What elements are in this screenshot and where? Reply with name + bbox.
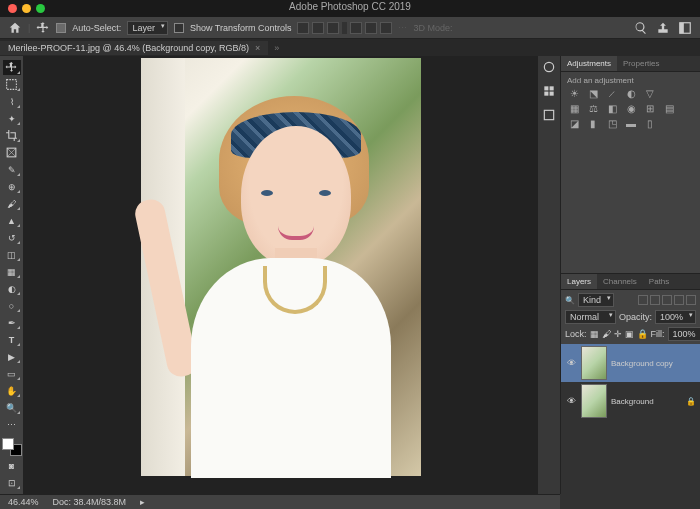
share-icon[interactable] [656,21,670,35]
layer-filter-kind[interactable]: Kind [578,293,614,307]
gradient-map-adjust-icon[interactable]: ▬ [624,118,638,130]
quick-select-tool[interactable]: ✦ [3,111,21,126]
blur-tool[interactable]: ◐ [3,281,21,296]
stamp-tool[interactable]: ▲ [3,213,21,228]
path-select-tool[interactable]: ▶ [3,349,21,364]
auto-select-checkbox[interactable] [56,23,66,33]
layer-thumbnail[interactable] [581,384,607,418]
hue-adjust-icon[interactable]: ▦ [567,103,581,115]
filter-shape-icon[interactable] [674,295,684,305]
tab-adjustments[interactable]: Adjustments [561,56,617,71]
filter-type-icon[interactable] [662,295,672,305]
layer-thumbnail[interactable] [581,346,607,380]
align-hcenter-icon[interactable] [365,22,377,34]
lock-transparency-icon[interactable]: ▦ [590,329,599,339]
zoom-level[interactable]: 46.44% [8,497,39,507]
align-left-icon[interactable] [350,22,362,34]
close-window-icon[interactable] [8,4,17,13]
layer-name[interactable]: Background copy [611,359,673,368]
frame-tool[interactable] [3,145,21,160]
visibility-eye-icon[interactable]: 👁 [565,358,577,368]
tab-paths[interactable]: Paths [643,274,675,289]
screen-mode-icon[interactable]: ⊡ [3,475,21,490]
selective-color-adjust-icon[interactable]: ▯ [643,118,657,130]
tab-layers[interactable]: Layers [561,274,597,289]
move-tool[interactable] [3,60,21,75]
document-tab[interactable]: Merilee-PROOF-11.jpg @ 46.4% (Background… [0,41,268,55]
lock-artboard-icon[interactable]: ▣ [625,329,634,339]
eraser-tool[interactable]: ◫ [3,247,21,262]
doc-info[interactable]: Doc: 38.4M/83.8M [53,497,127,507]
dodge-tool[interactable]: ○ [3,298,21,313]
tab-properties[interactable]: Properties [617,56,665,71]
align-bottom-icon[interactable] [327,22,339,34]
layer-row[interactable]: 👁 Background copy [561,344,700,382]
shape-tool[interactable]: ▭ [3,366,21,381]
filter-pixel-icon[interactable] [638,295,648,305]
fill-label: Fill: [651,329,665,339]
vibrance-adjust-icon[interactable]: ▽ [643,88,657,100]
tab-channels[interactable]: Channels [597,274,643,289]
exposure-adjust-icon[interactable]: ◐ [624,88,638,100]
show-transform-checkbox[interactable] [174,23,184,33]
threshold-adjust-icon[interactable]: ◳ [605,118,619,130]
foreground-color-swatch[interactable] [2,438,14,450]
color-lookup-adjust-icon[interactable]: ▤ [662,103,676,115]
quick-mask-icon[interactable]: ◙ [3,458,21,473]
posterize-adjust-icon[interactable]: ▮ [586,118,600,130]
window-titlebar: Adobe Photoshop CC 2019 [0,0,700,17]
canvas[interactable] [23,56,538,494]
crop-tool[interactable] [3,128,21,143]
history-brush-tool[interactable]: ↺ [3,230,21,245]
channel-mixer-adjust-icon[interactable]: ⊞ [643,103,657,115]
marquee-tool[interactable] [3,77,21,92]
filter-adjust-icon[interactable] [650,295,660,305]
align-right-icon[interactable] [380,22,392,34]
levels-adjust-icon[interactable]: ⬔ [586,88,600,100]
swatches-panel-icon[interactable] [541,84,557,98]
layer-name[interactable]: Background [611,397,654,406]
fill-field[interactable]: 100% [668,327,700,341]
color-balance-adjust-icon[interactable]: ⚖ [586,103,600,115]
zoom-tool[interactable]: 🔍 [3,400,21,415]
eyedropper-tool[interactable]: ✎ [3,162,21,177]
auto-select-dropdown[interactable]: Layer [127,21,168,35]
tools-panel: ⌇ ✦ ✎ ⊕ 🖌 ▲ ↺ ◫ ▦ ◐ ○ ✒ T ▶ ▭ ✋ 🔍 ⋯ ◙ ⊡ [0,56,23,494]
lock-position-icon[interactable]: ✛ [614,329,622,339]
curves-adjust-icon[interactable]: ⟋ [605,88,619,100]
home-icon[interactable] [8,21,22,35]
filter-smart-icon[interactable] [686,295,696,305]
edit-toolbar-icon[interactable]: ⋯ [3,417,21,432]
close-tab-icon[interactable]: × [255,43,260,53]
hand-tool[interactable]: ✋ [3,383,21,398]
lock-pixels-icon[interactable]: 🖌 [602,329,611,339]
lock-all-icon[interactable]: 🔒 [637,329,648,339]
align-vcenter-icon[interactable] [312,22,324,34]
workspace-switcher-icon[interactable] [678,21,692,35]
minimize-window-icon[interactable] [22,4,31,13]
maximize-window-icon[interactable] [36,4,45,13]
search-icon[interactable] [634,21,648,35]
align-top-icon[interactable] [297,22,309,34]
foreground-background-swatch[interactable] [2,438,22,456]
gradient-tool[interactable]: ▦ [3,264,21,279]
brightness-adjust-icon[interactable]: ☀ [567,88,581,100]
blend-mode-dropdown[interactable]: Normal [565,310,616,324]
document-image [141,58,421,476]
invert-adjust-icon[interactable]: ◪ [567,118,581,130]
pen-tool[interactable]: ✒ [3,315,21,330]
visibility-eye-icon[interactable]: 👁 [565,396,577,406]
color-panel-icon[interactable] [541,60,557,74]
brush-tool[interactable]: 🖌 [3,196,21,211]
bw-adjust-icon[interactable]: ◧ [605,103,619,115]
lasso-tool[interactable]: ⌇ [3,94,21,109]
document-tab-title: Merilee-PROOF-11.jpg @ 46.4% (Background… [8,43,249,53]
photo-filter-adjust-icon[interactable]: ◉ [624,103,638,115]
tab-overflow-icon[interactable]: » [274,43,279,53]
type-tool[interactable]: T [3,332,21,347]
healing-tool[interactable]: ⊕ [3,179,21,194]
libraries-panel-icon[interactable] [541,108,557,122]
opacity-field[interactable]: 100% [655,310,696,324]
status-chevron-icon[interactable]: ▸ [140,497,145,507]
layer-row[interactable]: 👁 Background 🔒 [561,382,700,420]
